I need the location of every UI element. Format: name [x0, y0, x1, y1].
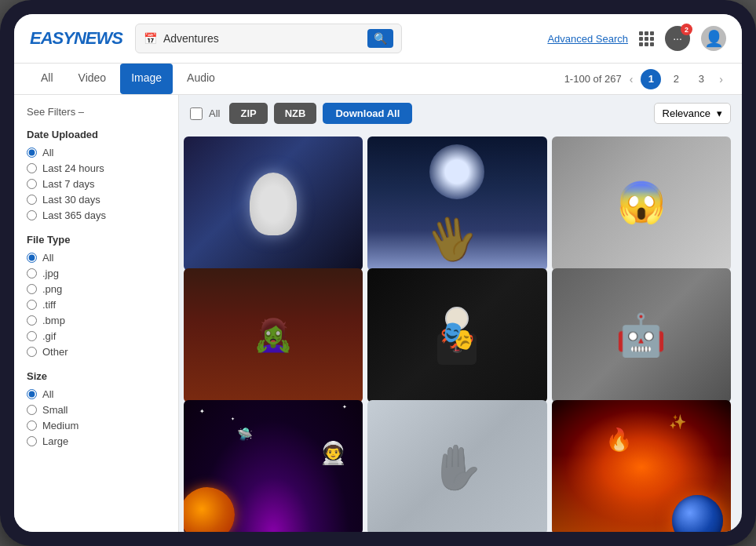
- chevron-down-icon: ▾: [717, 107, 722, 119]
- sort-dropdown[interactable]: Relevance ▾: [654, 103, 731, 124]
- date-filter-365d[interactable]: Last 365 days: [27, 209, 166, 221]
- results-area: All ZIP NZB Download All Relevance ▾: [179, 95, 742, 532]
- header: EASYNEWS 📅 🔍 Advanced Search ···: [14, 14, 742, 64]
- main-content: See Filters – Date Uploaded All Last 24 …: [14, 95, 742, 532]
- filetype-filter-png[interactable]: .png: [27, 283, 166, 295]
- image-cell-6[interactable]: 🤖: [552, 268, 731, 402]
- filetype-filter-other[interactable]: Other: [27, 346, 166, 358]
- next-page-arrow[interactable]: ›: [716, 73, 726, 86]
- image-cell-2[interactable]: 🖐: [367, 136, 546, 271]
- image-cell-4[interactable]: 🧟‍♀️: [184, 268, 363, 402]
- size-filter-all[interactable]: All: [27, 388, 166, 400]
- filetype-filter-title: File Type: [27, 234, 166, 246]
- calendar-icon: 📅: [144, 32, 157, 45]
- size-filter-section: Size All Small Medium Large: [27, 370, 166, 447]
- pagination-text: 1-100 of 267: [564, 73, 622, 85]
- image-cell-1[interactable]: [184, 136, 363, 271]
- tab-all[interactable]: All: [30, 64, 64, 94]
- filetype-filter-tiff[interactable]: .tiff: [27, 299, 166, 311]
- image-grid: 🖐 😱 🧟‍♀️: [179, 132, 742, 532]
- tablet-screen: EASYNEWS 📅 🔍 Advanced Search ···: [14, 14, 742, 532]
- sort-label: Relevance: [663, 107, 710, 119]
- search-button[interactable]: 🔍: [367, 29, 393, 48]
- filetype-filter-all[interactable]: All: [27, 252, 166, 264]
- select-all-checkbox[interactable]: [190, 107, 203, 120]
- nzb-button[interactable]: NZB: [274, 103, 317, 124]
- tab-video[interactable]: Video: [68, 64, 118, 94]
- date-filter-24h[interactable]: Last 24 hours: [27, 162, 166, 174]
- pagination: 1-100 of 267 ‹ 1 2 3 ›: [564, 69, 726, 89]
- page-3-button[interactable]: 3: [691, 69, 711, 89]
- filetype-filter-section: File Type All .jpg .png .tiff .bmp: [27, 234, 166, 358]
- tabs-bar: All Video Image Audio 1-100 of 267 ‹ 1 2…: [14, 64, 742, 95]
- size-filter-small[interactable]: Small: [27, 404, 166, 416]
- tablet-frame: EASYNEWS 📅 🔍 Advanced Search ···: [0, 0, 756, 546]
- filter-toggle[interactable]: See Filters –: [27, 106, 166, 118]
- notif-badge: 2: [681, 24, 692, 35]
- grid-icon: [639, 31, 654, 46]
- filetype-filter-bmp[interactable]: .bmp: [27, 315, 166, 326]
- date-filter-7d[interactable]: Last 7 days: [27, 178, 166, 190]
- page-2-button[interactable]: 2: [666, 69, 686, 89]
- size-filter-large[interactable]: Large: [27, 435, 166, 447]
- toolbar: All ZIP NZB Download All Relevance ▾: [179, 95, 742, 132]
- image-cell-5[interactable]: 🎩 🎭: [367, 268, 546, 402]
- all-label: All: [209, 107, 220, 119]
- date-filter-section: Date Uploaded All Last 24 hours Last 7 d…: [27, 129, 166, 221]
- size-filter-medium[interactable]: Medium: [27, 420, 166, 431]
- search-bar: 📅 🔍: [135, 24, 402, 53]
- zip-button[interactable]: ZIP: [229, 103, 267, 124]
- prev-page-arrow[interactable]: ‹: [626, 73, 637, 86]
- sidebar: See Filters – Date Uploaded All Last 24 …: [14, 95, 179, 532]
- image-cell-9[interactable]: 🔥 ✨: [552, 400, 731, 532]
- header-right: Advanced Search ··· 2 👤: [547, 26, 726, 51]
- image-cell-8[interactable]: ✋: [367, 400, 546, 532]
- avatar-icon: 👤: [704, 29, 724, 48]
- date-filter-all[interactable]: All: [27, 147, 166, 158]
- image-cell-3[interactable]: 😱: [552, 136, 731, 271]
- download-all-button[interactable]: Download All: [323, 103, 412, 124]
- tab-image[interactable]: Image: [120, 64, 173, 94]
- filetype-filter-gif[interactable]: .gif: [27, 330, 166, 342]
- app-logo: EASYNEWS: [30, 28, 122, 49]
- page-1-button[interactable]: 1: [641, 69, 661, 89]
- search-input[interactable]: [163, 32, 361, 45]
- notifications-button[interactable]: ··· 2: [665, 26, 690, 51]
- grid-view-button[interactable]: [639, 31, 654, 46]
- filetype-filter-jpg[interactable]: .jpg: [27, 268, 166, 279]
- tab-audio[interactable]: Audio: [176, 64, 226, 94]
- date-filter-title: Date Uploaded: [27, 129, 166, 140]
- size-filter-title: Size: [27, 370, 166, 382]
- image-cell-7[interactable]: ✦ ✦ ✦ 👨‍🚀 🛸: [184, 400, 363, 532]
- user-avatar-button[interactable]: 👤: [701, 26, 726, 51]
- advanced-search-link[interactable]: Advanced Search: [547, 33, 628, 45]
- date-filter-30d[interactable]: Last 30 days: [27, 194, 166, 206]
